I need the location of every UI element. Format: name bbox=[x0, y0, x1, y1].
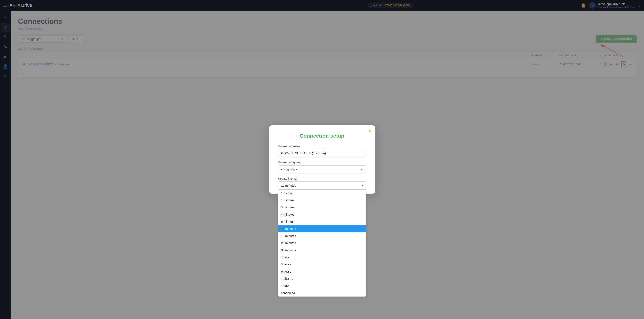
conn-name-input[interactable] bbox=[278, 149, 366, 157]
chevron-down-icon: ▾ bbox=[362, 184, 363, 187]
dropdown-item-13[interactable]: 1 day bbox=[278, 282, 366, 289]
dropdown-item-3[interactable]: 4 minutes bbox=[278, 211, 366, 218]
conn-group-label: Connection group bbox=[278, 161, 366, 164]
modal-close-button[interactable]: × bbox=[368, 129, 371, 133]
dropdown-item-10[interactable]: 3 hours bbox=[278, 261, 366, 268]
dropdown-item-6[interactable]: 15 minutes bbox=[278, 232, 366, 240]
modal: × Connection setup Connection name Conne… bbox=[269, 126, 375, 194]
conn-name-label: Connection name bbox=[278, 145, 366, 148]
interval-field[interactable]: 10 minutes ▾ bbox=[278, 182, 366, 190]
dropdown-item-0[interactable]: 1 minute bbox=[278, 190, 366, 197]
dropdown-item-5[interactable]: 10 minutes bbox=[278, 225, 366, 232]
dropdown-item-8[interactable]: 30 minutes bbox=[278, 246, 366, 254]
dropdown-item-9[interactable]: 1 hour bbox=[278, 254, 366, 261]
conn-group-select[interactable]: - no group - bbox=[278, 165, 366, 173]
dropdown-item-2[interactable]: 3 minutes bbox=[278, 204, 366, 211]
dropdown-item-12[interactable]: 12 hours bbox=[278, 275, 366, 282]
modal-title: Connection setup bbox=[278, 133, 366, 139]
interval-container: 10 minutes ▾ 1 minute2 minutes3 minutes4… bbox=[278, 182, 366, 190]
dropdown-item-1[interactable]: 2 minutes bbox=[278, 197, 366, 204]
dropdown-item-7[interactable]: 20 minutes bbox=[278, 240, 366, 246]
dropdown-item-14[interactable]: scheduled bbox=[278, 289, 366, 296]
interval-value: 10 minutes bbox=[281, 184, 296, 187]
modal-overlay[interactable]: × Connection setup Connection name Conne… bbox=[0, 0, 644, 319]
interval-dropdown[interactable]: 1 minute2 minutes3 minutes4 minutes5 min… bbox=[278, 190, 366, 296]
dropdown-item-4[interactable]: 5 minutes bbox=[278, 218, 366, 225]
interval-label: Update interval bbox=[278, 177, 366, 180]
dropdown-item-11[interactable]: 6 hours bbox=[278, 268, 366, 275]
